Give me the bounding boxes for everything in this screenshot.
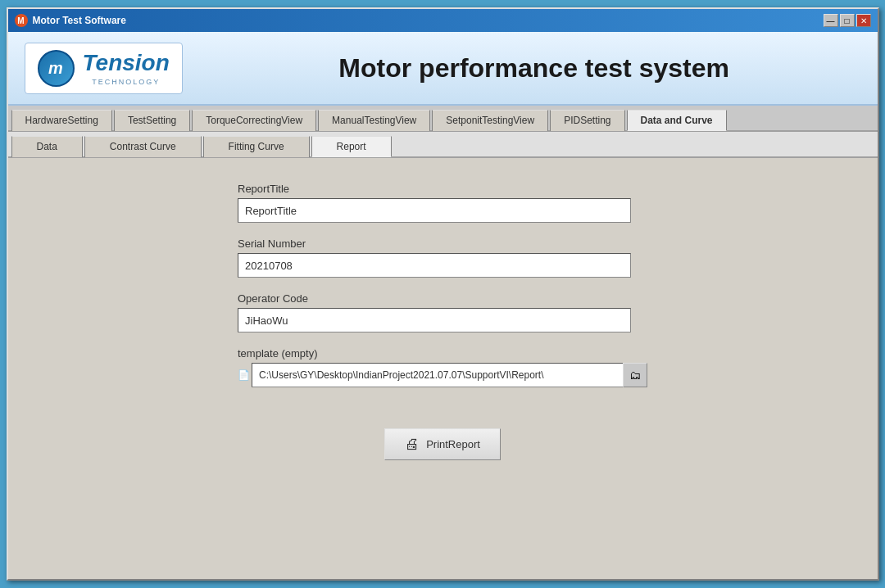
app-icon: M [15,14,28,27]
sub-tab-bar: Data Contrast Curve Fitting Curve Report [8,132,878,158]
window-title: Motor Test Software [33,15,126,26]
report-form: ReportTitle Serial Number Operator Code … [238,183,647,460]
printer-icon: 🖨 [405,436,420,453]
serial-number-label: Serial Number [238,237,647,250]
subtab-fitting[interactable]: Fitting Curve [203,136,310,157]
folder-icon: 🗂 [629,369,641,382]
tab-hardware[interactable]: HardwareSetting [11,110,112,131]
template-label: template (empty) [238,347,647,360]
serial-number-input[interactable] [238,253,631,278]
operator-code-input[interactable] [238,308,631,332]
title-buttons: — □ ✕ [824,14,871,27]
logo-circle: m [38,50,75,87]
template-group: template (empty) 📄 🗂 [238,347,647,387]
maximize-button[interactable]: □ [840,14,855,27]
title-bar-left: M Motor Test Software [15,14,126,27]
tab-torque[interactable]: TorqueCorrectingView [192,110,316,131]
print-report-label: PrintReport [426,438,480,450]
minimize-button[interactable]: — [824,14,838,27]
file-icon: 📄 [238,369,250,381]
main-tab-bar: HardwareSetting TestSetting TorqueCorrec… [8,106,878,132]
title-bar: M Motor Test Software — □ ✕ [8,9,878,32]
report-title-input[interactable] [238,198,631,223]
serial-number-group: Serial Number [238,237,647,278]
operator-code-label: Operator Code [238,292,647,305]
tab-test[interactable]: TestSetting [114,110,190,131]
logo-subtext: TECHNOLOGY [83,78,170,86]
tab-pid[interactable]: PIDSetting [550,110,624,131]
report-title-label: ReportTitle [238,183,647,195]
logo-brand: Tension [83,50,170,76]
report-title-group: ReportTitle [238,183,647,223]
template-file-row: 📄 🗂 [238,363,647,387]
subtab-data[interactable]: Data [11,136,83,157]
browse-button[interactable]: 🗂 [623,363,647,387]
tab-setpoint[interactable]: SetponitTestingView [432,110,548,131]
subtab-contrast[interactable]: Contrast Curve [84,136,202,157]
app-title: Motor performance test system [207,53,861,84]
print-report-button[interactable]: 🖨 PrintReport [384,428,501,460]
logo-letter: m [48,59,63,78]
logo-area: m Tension TECHNOLOGY [25,43,183,94]
content-area: ReportTitle Serial Number Operator Code … [8,158,878,579]
template-path-input[interactable] [252,363,623,387]
print-btn-container: 🖨 PrintReport [238,428,647,460]
operator-code-group: Operator Code [238,292,647,332]
tab-data-curve[interactable]: Data and Curve [627,110,727,131]
main-window: M Motor Test Software — □ ✕ m Tension TE… [7,7,879,581]
close-button[interactable]: ✕ [856,14,871,27]
subtab-report[interactable]: Report [311,136,392,157]
logo-text-group: Tension TECHNOLOGY [83,50,170,86]
header-banner: m Tension TECHNOLOGY Motor performance t… [8,32,878,106]
tab-manual[interactable]: ManualTestingView [318,110,430,131]
